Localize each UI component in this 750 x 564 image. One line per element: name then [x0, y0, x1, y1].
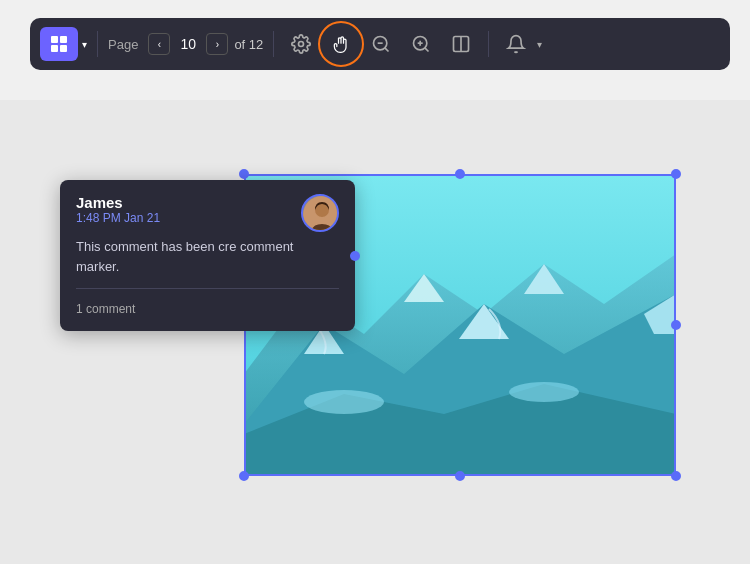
svg-line-5 — [425, 48, 429, 52]
resize-handle-bc[interactable] — [455, 471, 465, 481]
comment-author-info: James 1:48 PM Jan 21 — [76, 194, 160, 235]
zoom-in-icon — [411, 34, 431, 54]
page-label: Page — [108, 37, 138, 52]
grid-view-button[interactable] — [40, 27, 78, 61]
comment-footer: 1 comment — [76, 288, 339, 317]
next-page-button[interactable]: › — [206, 33, 228, 55]
settings-icon — [291, 34, 311, 54]
divider-2 — [273, 31, 274, 57]
resize-handle-bl[interactable] — [239, 471, 249, 481]
comment-text: This comment has been cre comment marker… — [76, 237, 339, 276]
grid-icon — [51, 36, 67, 52]
svg-point-20 — [304, 390, 384, 414]
connector-dot — [350, 251, 360, 261]
avatar-image — [303, 196, 339, 232]
notifications-button[interactable] — [499, 27, 533, 61]
view-chevron-icon[interactable]: ▾ — [82, 39, 87, 50]
comment-popup: James 1:48 PM Jan 21 This comment has be… — [60, 180, 355, 331]
panel-icon — [451, 34, 471, 54]
resize-handle-tr[interactable] — [671, 169, 681, 179]
divider-1 — [97, 31, 98, 57]
comment-header: James 1:48 PM Jan 21 — [76, 194, 339, 235]
hand-tool-button[interactable] — [324, 27, 358, 61]
page-number-input[interactable] — [176, 36, 200, 52]
zoom-out-icon — [371, 34, 391, 54]
prev-page-button[interactable]: ‹ — [148, 33, 170, 55]
resize-handle-tc[interactable] — [455, 169, 465, 179]
svg-point-21 — [509, 382, 579, 402]
bell-chevron-icon[interactable]: ▾ — [537, 39, 542, 50]
page-total: of 12 — [234, 37, 263, 52]
content-area: James 1:48 PM Jan 21 This comment has be… — [0, 100, 750, 564]
svg-point-0 — [299, 42, 304, 47]
zoom-in-button[interactable] — [404, 27, 438, 61]
toolbar: ▾ Page ‹ › of 12 — [30, 18, 730, 70]
resize-handle-mr[interactable] — [671, 320, 681, 330]
settings-button[interactable] — [284, 27, 318, 61]
comment-count: 1 comment — [76, 302, 135, 316]
divider-3 — [488, 31, 489, 57]
resize-handle-tl[interactable] — [239, 169, 249, 179]
avatar — [301, 194, 339, 232]
svg-line-2 — [385, 48, 389, 52]
hand-icon — [331, 34, 351, 54]
panel-toggle-button[interactable] — [444, 27, 478, 61]
comment-time: 1:48 PM Jan 21 — [76, 211, 160, 225]
zoom-out-button[interactable] — [364, 27, 398, 61]
resize-handle-br[interactable] — [671, 471, 681, 481]
comment-author: James — [76, 194, 160, 211]
bell-icon — [506, 34, 526, 54]
